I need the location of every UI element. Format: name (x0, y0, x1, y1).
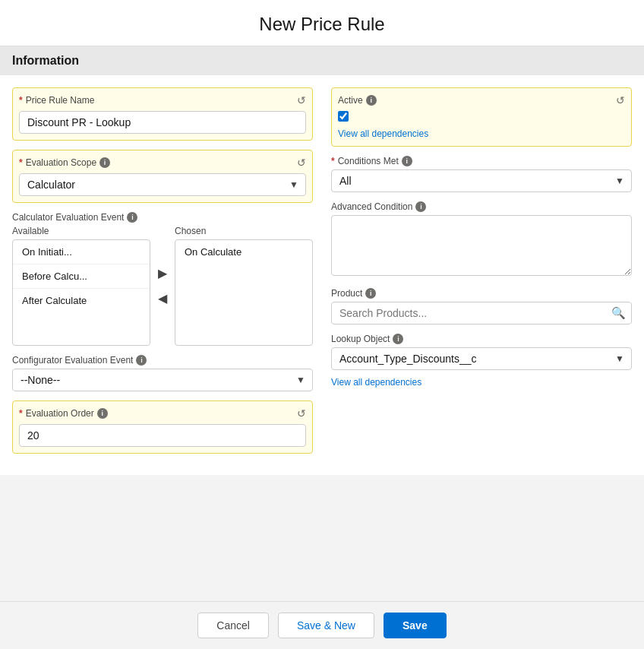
product-search-wrapper: 🔍 (331, 302, 632, 324)
advanced-condition-label-text: Advanced Condition (331, 201, 412, 212)
required-marker-2: * (19, 157, 23, 168)
save-new-button[interactable]: Save & New (278, 613, 374, 638)
configurator-eval-event-label: Configurator Evaluation Event i (12, 355, 313, 366)
price-rule-name-field: * Price Rule Name ↺ (12, 87, 313, 141)
configurator-eval-event-select[interactable]: --None-- On Initialize Before Calculate … (12, 369, 313, 391)
required-marker-4: * (331, 156, 335, 166)
main-content: Information * Price Rule Name ↺ * (0, 46, 644, 649)
chosen-item-1[interactable]: On Calculate (175, 240, 312, 264)
active-reset-icon[interactable]: ↺ (616, 94, 625, 106)
lookup-object-info-icon[interactable]: i (393, 334, 403, 344)
product-field: Product i 🔍 (331, 288, 632, 324)
available-item-3[interactable]: After Calculate (13, 289, 150, 312)
product-label-text: Product (331, 288, 362, 299)
calculator-eval-event-label: Calculator Evaluation Event i (12, 212, 313, 223)
product-search-input[interactable] (331, 302, 632, 324)
calculator-eval-event-label-text: Calculator Evaluation Event (12, 212, 124, 223)
col-left: * Price Rule Name ↺ * Evaluation Scope i… (12, 87, 313, 463)
conditions-met-field: * Conditions Met i All Any ▼ (331, 156, 632, 192)
listbox-controls: ▶ ◀ (150, 226, 175, 346)
conditions-met-label-text: Conditions Met (338, 156, 399, 166)
available-item-1[interactable]: On Initiati... (13, 240, 150, 264)
price-rule-name-label: * Price Rule Name ↺ (19, 94, 306, 106)
chosen-listbox[interactable]: On Calculate (175, 239, 313, 346)
advanced-condition-textarea[interactable] (331, 215, 632, 276)
chosen-label: Chosen (175, 226, 313, 236)
required-marker-3: * (19, 408, 23, 419)
evaluation-order-label: * Evaluation Order i ↺ (19, 407, 306, 419)
product-search-button[interactable]: 🔍 (611, 306, 626, 320)
advanced-condition-label: Advanced Condition i (331, 201, 632, 212)
evaluation-order-reset-icon[interactable]: ↺ (297, 407, 306, 419)
information-section: Information * Price Rule Name ↺ * (0, 46, 644, 475)
evaluation-order-label-text: Evaluation Order (26, 408, 94, 419)
move-left-button[interactable]: ◀ (155, 288, 170, 309)
evaluation-scope-label: * Evaluation Scope i ↺ (19, 157, 306, 169)
form-grid: * Price Rule Name ↺ * Evaluation Scope i… (12, 87, 632, 463)
price-rule-name-input[interactable] (19, 111, 306, 134)
lookup-object-view-dependencies-link[interactable]: View all dependencies (331, 377, 421, 388)
page-title: New Price Rule (0, 14, 644, 35)
col-right: Active i ↺ View all dependencies * Condi… (331, 87, 632, 463)
dual-listbox: Available On Initiati... Before Calcu...… (12, 226, 313, 346)
evaluation-order-input[interactable] (19, 424, 306, 447)
move-right-button[interactable]: ▶ (155, 263, 170, 283)
active-label-text: Active (338, 95, 363, 106)
chosen-panel: Chosen On Calculate (175, 226, 313, 346)
conditions-met-select-wrapper: All Any ▼ (331, 169, 632, 192)
price-rule-name-label-text: Price Rule Name (26, 95, 95, 106)
page-footer: Cancel Save & New Save (0, 601, 644, 649)
available-panel: Available On Initiati... Before Calcu...… (12, 226, 150, 346)
configurator-eval-event-select-wrapper: --None-- On Initialize Before Calculate … (12, 369, 313, 391)
configurator-eval-event-label-text: Configurator Evaluation Event (12, 355, 133, 366)
evaluation-order-info-icon[interactable]: i (97, 408, 108, 419)
price-rule-name-reset-icon[interactable]: ↺ (297, 94, 306, 106)
conditions-met-info-icon[interactable]: i (402, 156, 412, 166)
save-button[interactable]: Save (384, 613, 447, 638)
lookup-object-label: Lookup Object i (331, 334, 632, 344)
evaluation-scope-label-text: Evaluation Scope (26, 157, 96, 168)
active-checkbox-row (338, 111, 625, 122)
available-item-2[interactable]: Before Calcu... (13, 264, 150, 289)
lookup-object-select[interactable]: Account_Type_Discounts__c Other (331, 347, 632, 370)
conditions-met-label: * Conditions Met i (331, 156, 632, 166)
active-checkbox[interactable] (338, 111, 349, 122)
section-header: Information (0, 46, 644, 75)
active-label: Active i ↺ (338, 94, 625, 106)
calculator-eval-event-info-icon[interactable]: i (127, 212, 137, 223)
active-field: Active i ↺ View all dependencies (331, 87, 632, 147)
product-info-icon[interactable]: i (365, 288, 376, 299)
available-listbox[interactable]: On Initiati... Before Calcu... After Cal… (12, 239, 150, 346)
active-view-dependencies-link[interactable]: View all dependencies (338, 128, 428, 139)
evaluation-scope-reset-icon[interactable]: ↺ (297, 157, 306, 169)
lookup-object-field: Lookup Object i Account_Type_Discounts__… (331, 334, 632, 388)
product-label: Product i (331, 288, 632, 299)
available-label: Available (12, 226, 150, 236)
configurator-eval-event-field: Configurator Evaluation Event i --None--… (12, 355, 313, 391)
cancel-button[interactable]: Cancel (197, 613, 269, 638)
configurator-eval-event-info-icon[interactable]: i (136, 355, 147, 366)
evaluation-scope-select[interactable]: Calculator Configurator Transaction (19, 173, 306, 196)
required-marker: * (19, 95, 23, 106)
evaluation-order-field: * Evaluation Order i ↺ (12, 400, 313, 454)
advanced-condition-info-icon[interactable]: i (415, 201, 426, 212)
lookup-object-select-wrapper: Account_Type_Discounts__c Other ▼ (331, 347, 632, 370)
evaluation-scope-field: * Evaluation Scope i ↺ Calculator Config… (12, 150, 313, 203)
lookup-object-label-text: Lookup Object (331, 334, 390, 344)
advanced-condition-field: Advanced Condition i (331, 201, 632, 279)
conditions-met-select[interactable]: All Any (331, 169, 632, 192)
evaluation-scope-select-wrapper: Calculator Configurator Transaction ▼ (19, 173, 306, 196)
page-header: New Price Rule (0, 0, 644, 46)
active-info-icon[interactable]: i (366, 95, 377, 106)
calculator-eval-event-field: Calculator Evaluation Event i Available … (12, 212, 313, 346)
evaluation-scope-info-icon[interactable]: i (99, 157, 110, 168)
